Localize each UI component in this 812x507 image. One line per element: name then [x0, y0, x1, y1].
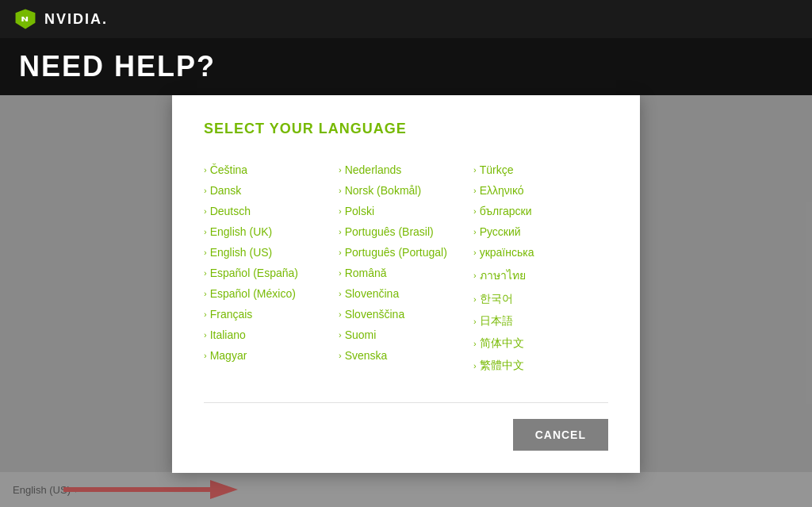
language-item[interactable]: ›Slovenščina	[339, 304, 473, 325]
lang-arrow-icon: ›	[339, 248, 342, 257]
language-item[interactable]: ›Svenska	[339, 345, 473, 366]
language-item[interactable]: ›Português (Portugal)	[339, 242, 473, 263]
lang-arrow-icon: ›	[339, 330, 342, 340]
language-item[interactable]: ›Română	[339, 263, 473, 283]
cancel-button[interactable]: CANCEL	[513, 419, 608, 451]
nvidia-logo: NVIDIA.	[13, 8, 108, 30]
lang-arrow-icon: ›	[473, 294, 477, 304]
language-item[interactable]: ›English (UK)	[204, 221, 339, 242]
lang-arrow-icon: ›	[204, 351, 207, 360]
lang-arrow-icon: ›	[473, 186, 477, 195]
page-title: NEED HELP?	[19, 50, 216, 83]
lang-arrow-icon: ›	[339, 186, 342, 195]
lang-arrow-icon: ›	[339, 268, 342, 278]
lang-arrow-icon: ›	[473, 361, 477, 371]
lang-arrow-icon: ›	[339, 227, 342, 236]
language-modal: SELECT YOUR LANGUAGE ›Čeština›Dansk›Deut…	[172, 95, 640, 473]
language-item[interactable]: ›Slovenčina	[339, 283, 473, 304]
lang-arrow-icon: ›	[473, 317, 477, 326]
header: NVIDIA.	[0, 0, 812, 38]
language-item[interactable]: ›Italiano	[204, 325, 339, 345]
language-item[interactable]: ›繁體中文	[473, 355, 608, 377]
language-item[interactable]: ›Русский	[473, 221, 608, 242]
nvidia-shield-icon	[13, 8, 38, 30]
lang-arrow-icon: ›	[204, 165, 207, 175]
language-item[interactable]: ›简体中文	[473, 332, 608, 355]
language-item[interactable]: ›Français	[204, 304, 339, 325]
language-item[interactable]: ›українська	[473, 242, 608, 263]
lang-arrow-icon: ›	[339, 165, 342, 175]
lang-arrow-icon: ›	[473, 165, 477, 175]
lang-arrow-icon: ›	[473, 206, 477, 216]
lang-arrow-icon: ›	[473, 271, 477, 280]
language-item[interactable]: ›Dansk	[204, 180, 339, 201]
language-col-3: ›Türkçe›Ελληνικό›български›Русский›украї…	[473, 159, 608, 377]
language-col-2: ›Nederlands›Norsk (Bokmål)›Polski›Portug…	[339, 159, 473, 377]
language-col-1: ›Čeština›Dansk›Deutsch›English (UK)›Engl…	[204, 159, 339, 377]
lang-arrow-icon: ›	[473, 339, 477, 348]
lang-arrow-icon: ›	[204, 206, 207, 216]
language-item[interactable]: ›Polski	[339, 201, 473, 221]
language-item[interactable]: ›Ελληνικό	[473, 180, 608, 201]
language-item[interactable]: ›Deutsch	[204, 201, 339, 221]
lang-arrow-icon: ›	[204, 309, 207, 319]
lang-arrow-icon: ›	[473, 248, 477, 257]
language-item[interactable]: ›Norsk (Bokmål)	[339, 180, 473, 201]
lang-arrow-icon: ›	[473, 227, 477, 236]
lang-arrow-icon: ›	[204, 248, 207, 257]
language-item[interactable]: ›Suomi	[339, 325, 473, 345]
modal-footer: CANCEL	[204, 402, 608, 451]
lang-arrow-icon: ›	[339, 289, 342, 298]
language-grid: ›Čeština›Dansk›Deutsch›English (UK)›Engl…	[204, 159, 608, 377]
title-bar: NEED HELP?	[0, 38, 812, 95]
language-item[interactable]: ›Nederlands	[339, 159, 473, 180]
language-item[interactable]: ›日本語	[473, 310, 608, 332]
lang-arrow-icon: ›	[204, 186, 207, 195]
language-item[interactable]: ›Português (Brasil)	[339, 221, 473, 242]
nvidia-label: NVIDIA.	[44, 11, 108, 28]
language-item[interactable]: ›Čeština	[204, 159, 339, 180]
lang-arrow-icon: ›	[339, 351, 342, 360]
language-item[interactable]: ›ภาษาไทย	[473, 263, 608, 288]
language-item[interactable]: ›Türkçe	[473, 159, 608, 180]
language-item[interactable]: ›한국어	[473, 288, 608, 310]
language-item[interactable]: ›Magyar	[204, 345, 339, 366]
lang-arrow-icon: ›	[204, 227, 207, 236]
language-item[interactable]: ›Español (México)	[204, 283, 339, 304]
lang-arrow-icon: ›	[204, 289, 207, 298]
lang-arrow-icon: ›	[339, 206, 342, 216]
language-item[interactable]: ›English (US)	[204, 242, 339, 263]
language-item[interactable]: ›български	[473, 201, 608, 221]
lang-arrow-icon: ›	[204, 268, 207, 278]
lang-arrow-icon: ›	[339, 309, 342, 319]
modal-title: SELECT YOUR LANGUAGE	[204, 121, 608, 137]
main-content: SELECT YOUR LANGUAGE ›Čeština›Dansk›Deut…	[0, 95, 812, 507]
lang-arrow-icon: ›	[204, 330, 207, 340]
language-item[interactable]: ›Español (España)	[204, 263, 339, 283]
